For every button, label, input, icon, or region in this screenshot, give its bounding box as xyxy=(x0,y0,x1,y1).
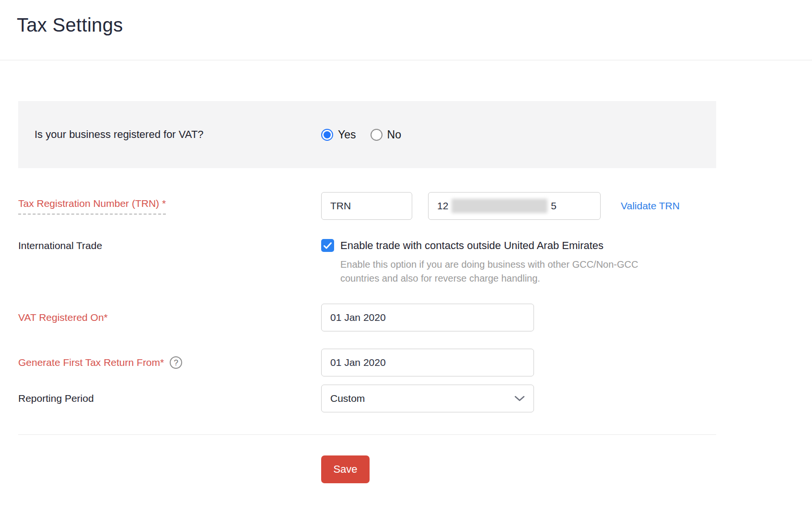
page-header: Tax Settings xyxy=(0,0,812,60)
international-trade-label: International Trade xyxy=(18,240,102,251)
reporting-period-row: Reporting Period Custom xyxy=(18,385,716,412)
generate-first-tax-return-value: 01 Jan 2020 xyxy=(330,357,386,368)
check-icon xyxy=(324,242,332,249)
trn-number-prefix: 12 xyxy=(437,200,448,212)
tax-settings-form: Is your business registered for VAT? Yes… xyxy=(18,101,716,483)
chevron-down-icon xyxy=(514,396,525,401)
redaction-blur xyxy=(452,199,547,213)
international-trade-help-text: Enable this option if you are doing busi… xyxy=(340,258,654,285)
generate-first-tax-return-field-col: 01 Jan 2020 xyxy=(321,349,534,376)
vat-registered-on-row: VAT Registered On* 01 Jan 2020 xyxy=(18,304,716,331)
vat-option-no[interactable]: No xyxy=(371,128,401,141)
generate-first-tax-return-label-col: Generate First Tax Return From* ? xyxy=(18,356,321,369)
generate-first-tax-return-date-input[interactable]: 01 Jan 2020 xyxy=(321,349,534,376)
vat-registered-on-date-input[interactable]: 01 Jan 2020 xyxy=(321,304,534,331)
vat-registration-banner: Is your business registered for VAT? Yes… xyxy=(18,101,716,168)
page-title: Tax Settings xyxy=(17,0,812,36)
generate-first-tax-return-row: Generate First Tax Return From* ? 01 Jan… xyxy=(18,349,716,376)
radio-label-yes: Yes xyxy=(338,128,356,141)
reporting-period-label: Reporting Period xyxy=(18,393,94,404)
radio-label-no: No xyxy=(387,128,401,141)
international-trade-row: International Trade Enable trade with co… xyxy=(18,239,716,285)
trn-field-col: TRN 125 Validate TRN xyxy=(321,192,680,220)
enable-trade-checkbox-row[interactable]: Enable trade with contacts outside Unite… xyxy=(321,239,654,252)
trn-type-input[interactable]: TRN xyxy=(321,192,412,220)
trn-label-col: Tax Registration Number (TRN) * xyxy=(18,198,321,215)
trn-label: Tax Registration Number (TRN) * xyxy=(18,198,166,215)
vat-registered-on-field-col: 01 Jan 2020 xyxy=(321,304,534,331)
enable-trade-checkbox-label: Enable trade with contacts outside Unite… xyxy=(340,239,603,252)
reporting-period-field-col: Custom xyxy=(321,385,534,412)
trn-row: Tax Registration Number (TRN) * TRN 125 … xyxy=(18,192,716,220)
vat-question-label: Is your business registered for VAT? xyxy=(35,128,321,141)
radio-selected-icon[interactable] xyxy=(321,129,333,141)
section-divider xyxy=(18,434,716,435)
vat-registered-on-label: VAT Registered On* xyxy=(18,312,108,323)
trn-type-value: TRN xyxy=(330,200,351,212)
save-row: Save xyxy=(18,455,716,483)
vat-option-yes[interactable]: Yes xyxy=(321,128,356,141)
trn-number-suffix: 5 xyxy=(551,200,557,212)
reporting-period-select[interactable]: Custom xyxy=(321,385,534,412)
validate-trn-link[interactable]: Validate TRN xyxy=(621,200,680,212)
trn-number-input[interactable]: 125 xyxy=(428,192,601,220)
checkbox-checked-icon[interactable] xyxy=(321,239,334,252)
help-question-icon[interactable]: ? xyxy=(170,356,182,369)
save-button[interactable]: Save xyxy=(321,455,370,483)
generate-first-tax-return-label: Generate First Tax Return From* xyxy=(18,357,164,368)
vat-registered-on-value: 01 Jan 2020 xyxy=(330,312,386,323)
radio-unselected-icon[interactable] xyxy=(371,129,383,141)
reporting-period-label-col: Reporting Period xyxy=(18,393,321,404)
vat-radio-group: Yes No xyxy=(321,128,401,141)
vat-registered-on-label-col: VAT Registered On* xyxy=(18,312,321,323)
international-trade-field-col: Enable trade with contacts outside Unite… xyxy=(321,239,654,285)
international-trade-label-col: International Trade xyxy=(18,239,321,251)
reporting-period-value: Custom xyxy=(330,393,365,404)
